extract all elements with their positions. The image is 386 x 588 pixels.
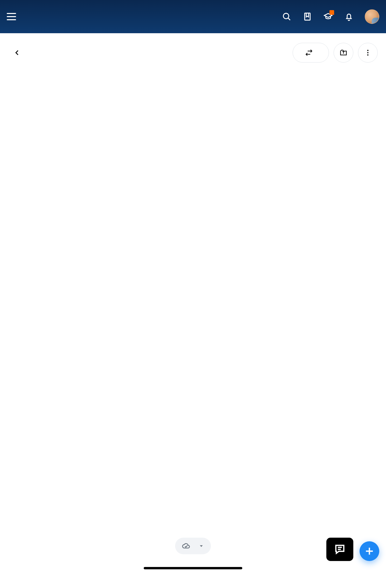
cloud-check-icon <box>182 542 190 550</box>
chat-button[interactable] <box>326 538 353 561</box>
sheet <box>0 33 386 588</box>
saved-indicator[interactable] <box>175 538 211 554</box>
academy-icon[interactable] <box>323 12 333 22</box>
more-button[interactable] <box>358 43 378 63</box>
menu-icon[interactable] <box>7 13 16 20</box>
export-button[interactable] <box>334 43 353 63</box>
connectors-layer <box>0 72 386 588</box>
svg-line-1 <box>288 18 290 20</box>
add-button[interactable] <box>360 541 379 561</box>
svg-point-7 <box>367 54 369 56</box>
svg-point-6 <box>367 52 369 53</box>
search-icon[interactable] <box>282 12 292 22</box>
retweet-button[interactable] <box>293 43 329 63</box>
back-button[interactable] <box>12 47 22 58</box>
svg-marker-12 <box>200 545 203 547</box>
svg-point-5 <box>367 50 369 51</box>
bell-icon[interactable] <box>344 12 354 22</box>
top-nav <box>0 0 386 33</box>
notification-dot <box>329 10 334 15</box>
chevron-down-icon <box>198 543 204 549</box>
home-indicator <box>144 567 242 569</box>
svg-point-0 <box>283 13 289 19</box>
avatar[interactable] <box>365 9 379 24</box>
flow-canvas[interactable] <box>0 72 386 588</box>
bookmark-icon[interactable] <box>302 12 312 22</box>
